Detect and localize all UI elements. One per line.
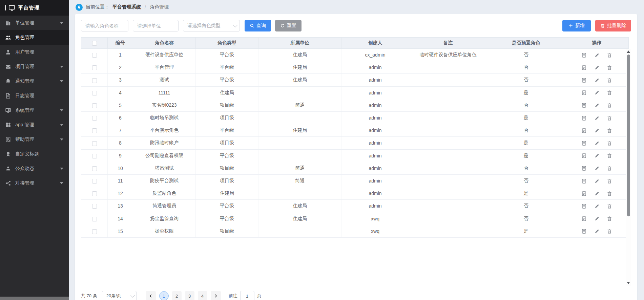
row-checkbox[interactable] (92, 78, 97, 83)
row-checkbox[interactable] (92, 191, 97, 196)
role-name-input[interactable] (81, 20, 128, 31)
row-checkbox[interactable] (92, 141, 97, 146)
view-icon[interactable] (581, 166, 587, 171)
delete-icon[interactable] (607, 178, 612, 184)
sidebar-item-unit-management[interactable]: 单位管理 (0, 16, 69, 30)
view-icon[interactable] (581, 52, 587, 58)
delete-icon[interactable] (607, 229, 612, 234)
sidebar-item-custom-title[interactable]: 自定义标题 (0, 147, 69, 161)
sidebar-item-role-management[interactable]: 角色管理 (0, 30, 69, 45)
sidebar-item-project-management[interactable]: 项目管理 (0, 59, 69, 74)
search-button[interactable]: 查询 (245, 20, 271, 31)
edit-icon[interactable] (594, 203, 600, 209)
row-checkbox[interactable] (92, 217, 97, 221)
edit-icon[interactable] (594, 128, 600, 133)
cell-role-name: 硬件设备供应单位 (133, 49, 196, 61)
sidebar-item-docking-management[interactable]: 对接管理 (0, 176, 69, 190)
view-icon[interactable] (581, 229, 587, 234)
view-icon[interactable] (581, 153, 587, 158)
row-checkbox[interactable] (92, 229, 97, 234)
view-icon[interactable] (581, 128, 587, 133)
row-checkbox[interactable] (92, 91, 97, 95)
delete-icon[interactable] (607, 216, 612, 221)
add-button[interactable]: 新增 (562, 20, 591, 31)
scroll-down-arrow-icon[interactable] (627, 282, 630, 284)
edit-icon[interactable] (594, 178, 600, 184)
edit-icon[interactable] (594, 191, 600, 196)
sidebar-item-help-management[interactable]: 帮助管理 (0, 132, 69, 147)
table-scrollbar-thumb[interactable] (627, 55, 630, 216)
view-icon[interactable] (581, 78, 587, 83)
row-checkbox[interactable] (92, 204, 97, 209)
column-header-preset: 是否预置角色 (487, 38, 565, 49)
next-page-button[interactable] (211, 291, 221, 300)
view-icon[interactable] (581, 203, 587, 209)
row-checkbox[interactable] (92, 154, 97, 158)
edit-icon[interactable] (594, 115, 600, 121)
sidebar-item-log-management[interactable]: 日志管理 (0, 88, 69, 103)
cell-creator: xwq (341, 212, 409, 225)
edit-icon[interactable] (594, 52, 600, 58)
sidebar-item-app-management[interactable]: app 管理 (0, 117, 69, 132)
edit-icon[interactable] (594, 65, 600, 70)
delete-icon[interactable] (607, 166, 612, 171)
view-icon[interactable] (581, 90, 587, 95)
row-checkbox[interactable] (92, 166, 97, 171)
delete-icon[interactable] (607, 153, 612, 158)
edit-icon[interactable] (594, 166, 600, 171)
view-icon[interactable] (581, 103, 587, 108)
edit-icon[interactable] (594, 90, 600, 95)
delete-icon[interactable] (607, 203, 612, 209)
page-button-2[interactable]: 2 (172, 291, 182, 300)
sidebar-item-system-management[interactable]: 系统管理 (0, 103, 69, 117)
delete-icon[interactable] (607, 128, 612, 133)
page-button-4[interactable]: 4 (198, 291, 207, 300)
delete-icon[interactable] (607, 191, 612, 196)
edit-icon[interactable] (594, 78, 600, 83)
view-icon[interactable] (581, 141, 587, 146)
row-checkbox[interactable] (92, 53, 97, 58)
row-checkbox[interactable] (92, 179, 97, 184)
select-all-checkbox[interactable] (92, 41, 97, 46)
delete-icon[interactable] (607, 103, 612, 108)
batch-delete-button[interactable]: 批量删除 (595, 20, 631, 31)
row-checkbox[interactable] (92, 116, 97, 121)
delete-icon[interactable] (607, 52, 612, 58)
page-button-3[interactable]: 3 (185, 291, 194, 300)
view-icon[interactable] (581, 65, 587, 70)
sidebar-horizontal-scrollbar[interactable] (0, 297, 69, 300)
unit-input[interactable] (133, 20, 179, 31)
delete-icon[interactable] (607, 90, 612, 95)
row-checkbox[interactable] (92, 128, 97, 133)
delete-icon[interactable] (607, 78, 612, 83)
edit-icon[interactable] (594, 216, 600, 221)
edit-icon[interactable] (594, 141, 600, 146)
sidebar-item-public-dynamics[interactable]: 公众动态 (0, 161, 69, 176)
row-checkbox[interactable] (92, 65, 97, 70)
cell-no: 10 (108, 162, 133, 174)
view-icon[interactable] (581, 216, 587, 221)
cell-preset: 是 (487, 137, 565, 149)
sidebar-item-user-management[interactable]: 用户管理 (0, 45, 69, 59)
page-button-1[interactable]: 1 (159, 291, 169, 300)
page-size-select[interactable]: 20条/页 (102, 291, 137, 300)
delete-icon[interactable] (607, 141, 612, 146)
view-icon[interactable] (581, 115, 587, 121)
goto-page-input[interactable] (240, 291, 254, 300)
scroll-up-arrow-icon[interactable] (627, 50, 630, 53)
delete-icon[interactable] (607, 65, 612, 70)
role-type-select[interactable]: 请选择角色类型 (183, 20, 240, 31)
sidebar-item-notice-management[interactable]: 通知管理 (0, 74, 69, 88)
view-icon[interactable] (581, 178, 587, 184)
edit-icon[interactable] (594, 229, 600, 234)
breadcrumb-root[interactable]: 平台管理系统 (112, 4, 141, 10)
row-checkbox[interactable] (92, 103, 97, 108)
cell-no: 14 (108, 212, 133, 225)
prev-page-button[interactable] (146, 291, 156, 300)
edit-icon[interactable] (594, 103, 600, 108)
edit-icon[interactable] (594, 153, 600, 158)
reset-button[interactable]: 重置 (275, 20, 302, 31)
cell-remark (409, 86, 487, 99)
view-icon[interactable] (581, 191, 587, 196)
delete-icon[interactable] (607, 115, 612, 121)
